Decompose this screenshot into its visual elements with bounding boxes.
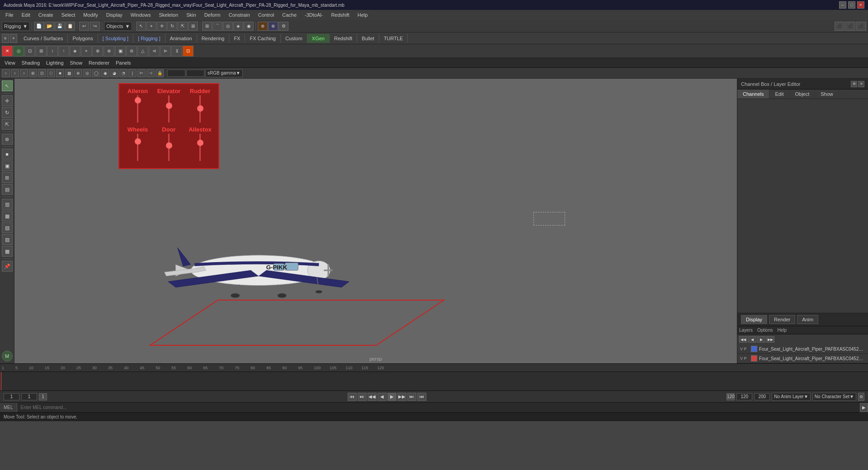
tab-fx-caching[interactable]: FX Caching <box>245 34 280 43</box>
channels-tab[interactable]: Channels <box>737 89 769 99</box>
value2-input[interactable]: 1.00 <box>186 70 204 77</box>
shelf-icon-14[interactable]: ⊲ <box>149 46 160 56</box>
shelf-icon-13[interactable]: △ <box>137 46 148 56</box>
select-tool-button[interactable]: ↖ <box>136 22 146 31</box>
layer-prev-button[interactable]: ◀ <box>748 336 756 343</box>
shelf-icon-5[interactable]: ↕ <box>47 46 58 56</box>
shelf-icon-11[interactable]: ▣ <box>115 46 126 56</box>
shelf-icon-3[interactable]: ⊡ <box>24 46 35 56</box>
scale-tool-button[interactable]: ⇱ <box>178 22 188 31</box>
max-frame-input[interactable] <box>754 393 770 400</box>
menu-select[interactable]: Select <box>58 11 79 19</box>
maximize-button[interactable]: □ <box>848 1 855 9</box>
shelf-icon-6[interactable]: ↑ <box>58 46 69 56</box>
mel-execute-button[interactable]: ▶ <box>860 403 868 412</box>
step-forward-button[interactable]: ◀ <box>377 393 387 401</box>
channel-box-button[interactable]: ⬛ <box>856 22 866 31</box>
light-toggle-1[interactable]: ◕ <box>110 69 118 77</box>
universal-tool-button[interactable]: ⊞ <box>188 22 198 31</box>
move-tool-button[interactable]: ✛ <box>157 22 167 31</box>
menu-skeleton[interactable]: Skeleton <box>155 11 182 19</box>
menu-constrain[interactable]: Constrain <box>225 11 254 19</box>
tab-fx[interactable]: FX <box>229 34 245 43</box>
display-toggle-6[interactable]: ◯ <box>92 69 100 77</box>
panels-menu[interactable]: Panels <box>113 59 134 66</box>
save-as-button[interactable]: 📋 <box>65 22 75 31</box>
render-tab[interactable]: Render <box>769 315 795 324</box>
menu-file[interactable]: File <box>2 11 17 19</box>
tab-menu-button[interactable]: ≡ <box>2 34 9 43</box>
tab-bullet[interactable]: Bullet <box>357 34 379 43</box>
range-start-input[interactable] <box>21 393 37 400</box>
minimize-button[interactable]: ─ <box>839 1 846 9</box>
layer-forward-button[interactable]: ▶▶ <box>766 336 774 343</box>
ailestox-thumb[interactable] <box>197 140 203 146</box>
display-toggle-1[interactable]: □ <box>47 69 55 77</box>
snap-surface-button[interactable]: ◉ <box>244 22 254 31</box>
pin-button[interactable]: 📌 <box>2 261 13 272</box>
gamma-dropdown[interactable]: sRGB gamma ▼ <box>205 69 243 77</box>
elevator-thumb[interactable] <box>166 103 172 109</box>
menu-windows[interactable]: Windows <box>127 11 155 19</box>
viewport[interactable]: Aileron Elevator Rudder <box>14 79 737 363</box>
tab-rigging[interactable]: [ Rigging ] <box>133 34 165 43</box>
tab-add-button[interactable]: + <box>10 34 17 43</box>
undo-button[interactable]: ↩ <box>79 22 89 31</box>
play-back-button[interactable]: ◀◀ <box>368 393 377 401</box>
rotate-button[interactable]: ↻ <box>2 107 13 118</box>
menu-create[interactable]: Create <box>35 11 57 19</box>
layer-5-button[interactable]: ▩ <box>2 246 13 257</box>
display-toggle-5[interactable]: ◎ <box>83 69 91 77</box>
menu-edit[interactable]: Edit <box>18 11 34 19</box>
layer-back-button[interactable]: ◀◀ <box>739 336 747 343</box>
layer-item-1[interactable]: V P Four_Seat_Light_Aircraft_Piper_PAFBX… <box>737 344 868 354</box>
redo-button[interactable]: ↪ <box>90 22 100 31</box>
shelf-icon-1[interactable]: ✕ <box>2 46 13 56</box>
tab-sculpting[interactable]: [ Sculpting ] <box>98 34 133 43</box>
loop-button[interactable]: ⏮ <box>417 393 426 401</box>
snap-toggle-4[interactable]: ⊞ <box>29 69 37 77</box>
renderer-menu[interactable]: Renderer <box>86 59 112 66</box>
light-toggle-2[interactable]: ◔ <box>119 69 127 77</box>
shelf-icon-8[interactable]: ⌖ <box>81 46 92 56</box>
show-tab[interactable]: Show <box>815 89 839 99</box>
menu-display[interactable]: Display <box>103 11 126 19</box>
tool-settings-button[interactable]: ⬛ <box>845 22 855 31</box>
mel-input[interactable] <box>17 403 860 412</box>
object-tab[interactable]: Object <box>789 89 815 99</box>
menu-redshift[interactable]: Redshift <box>327 11 353 19</box>
close-button[interactable]: ✕ <box>857 1 864 9</box>
display-toggle-3[interactable]: ▦ <box>65 69 73 77</box>
layer-4-button[interactable]: ▨ <box>2 234 13 245</box>
tab-curves-surfaces[interactable]: Curves / Surfaces <box>19 34 68 43</box>
wheels-thumb[interactable] <box>135 138 141 145</box>
menu-modify[interactable]: Modify <box>80 11 101 19</box>
edit-tab[interactable]: Edit <box>769 89 789 99</box>
char-set-settings-button[interactable]: ⚙ <box>858 393 864 401</box>
tab-custom[interactable]: Custom <box>281 34 307 43</box>
tab-turtle[interactable]: TURTLE <box>379 34 408 43</box>
menu-cache[interactable]: Cache <box>278 11 300 19</box>
view-menu[interactable]: View <box>2 59 18 66</box>
shelf-icon-10[interactable]: ⊗ <box>104 46 114 56</box>
menu-skin[interactable]: Skin <box>183 11 199 19</box>
go-to-start-button[interactable]: ⏮ <box>348 393 357 401</box>
shelf-icon-9[interactable]: ⊕ <box>92 46 103 56</box>
rotate-tool-button[interactable]: ↻ <box>167 22 177 31</box>
snap-view-button[interactable]: ◈ <box>233 22 243 31</box>
objects-dropdown[interactable]: Objects ▼ <box>104 22 132 31</box>
snap-grid-button[interactable]: ⊞ <box>202 22 212 31</box>
shelf-icon-15[interactable]: ⊳ <box>160 46 171 56</box>
char-set-dropdown[interactable]: No Character Set ▼ <box>812 393 856 401</box>
visibility-toggle-1[interactable]: | <box>128 69 137 77</box>
scale-button[interactable]: ⇱ <box>2 119 13 130</box>
move-button[interactable]: ✛ <box>2 95 13 106</box>
shelf-icon-12[interactable]: ⊜ <box>126 46 137 56</box>
display-toggle-4[interactable]: ⊕ <box>74 69 82 77</box>
visibility-toggle-3[interactable]: ⊣ <box>146 69 155 77</box>
shelf-icon-16[interactable]: ⊻ <box>171 46 182 56</box>
timeline-track[interactable] <box>0 372 868 390</box>
aileron-thumb[interactable] <box>135 97 141 103</box>
menu-help[interactable]: Help <box>354 11 372 19</box>
snap-toggle-1[interactable]: ○ <box>2 69 10 77</box>
